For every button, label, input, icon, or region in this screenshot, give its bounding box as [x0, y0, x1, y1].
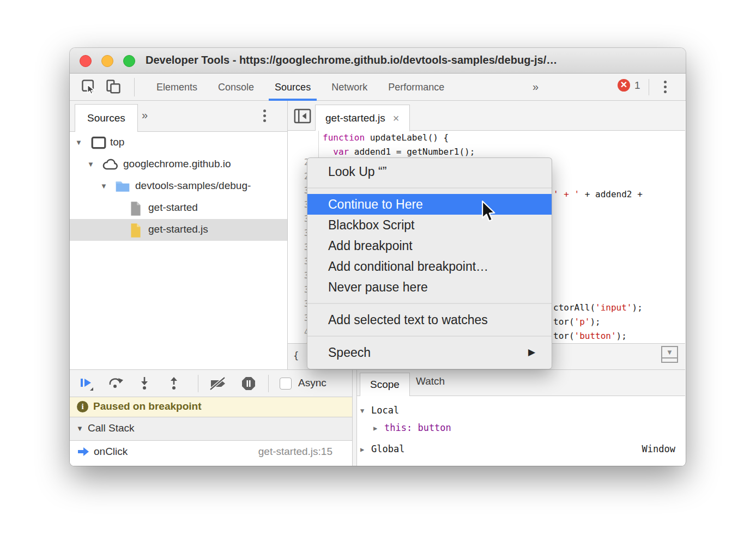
- menu-separator: [307, 303, 552, 304]
- watch-tab-label: Watch: [416, 375, 445, 387]
- editor-tabbar: get-started.js ×: [288, 101, 685, 131]
- call-stack-list: onClickget-started.js:15: [70, 441, 352, 466]
- async-checkbox[interactable]: [280, 378, 292, 390]
- scope-twisty-icon[interactable]: ▼: [360, 403, 364, 418]
- scope-twisty-icon[interactable]: ▶: [360, 442, 364, 457]
- sidebar-tab-sources[interactable]: Sources: [75, 104, 138, 132]
- window-title: Developer Tools - https://googlechrome.g…: [146, 54, 557, 66]
- context-menu: Look Up “”Continue to HereBlackbox Scrip…: [307, 157, 552, 369]
- tab-watch[interactable]: Watch: [412, 375, 449, 387]
- error-badge[interactable]: ✕ 1: [618, 79, 640, 92]
- tab-sources[interactable]: Sources: [264, 74, 321, 101]
- menu-item-look-up-[interactable]: Look Up “”: [307, 161, 552, 182]
- tree-item-label: googlechrome.github.io: [123, 158, 231, 170]
- submenu-arrow-icon: ▶: [528, 342, 535, 363]
- error-icon: ✕: [618, 79, 630, 92]
- tab-network[interactable]: Network: [321, 74, 378, 101]
- panel-tabs: ElementsConsoleSourcesNetworkPerformance: [146, 74, 455, 101]
- toolbar-divider: [134, 78, 135, 96]
- sidebar-more-chevron[interactable]: »: [142, 109, 148, 121]
- menu-item-continue-to-here[interactable]: Continue to Here: [307, 194, 552, 215]
- tree-item-devtools-samples-debug-[interactable]: ▼devtools-samples/debug-: [70, 175, 287, 197]
- more-panels-chevron[interactable]: »: [533, 81, 539, 93]
- info-icon: i: [77, 401, 88, 412]
- menu-item-add-selected-text-to-watches[interactable]: Add selected text to watches: [307, 309, 552, 330]
- tree-twisty-icon[interactable]: ▼: [75, 138, 82, 147]
- scope-entry-label: this: button: [384, 420, 451, 435]
- step-into-button[interactable]: [137, 376, 153, 391]
- scope-list: ▼Local▶this: button▶GlobalWindow: [357, 396, 685, 466]
- mouse-cursor: [480, 200, 496, 223]
- paused-banner-text: Paused on breakpoint: [93, 400, 201, 412]
- close-tab-icon[interactable]: ×: [393, 112, 400, 125]
- toolbar-divider-2: [649, 79, 649, 95]
- folder-icon: [114, 179, 131, 194]
- tree-item-get-started[interactable]: get-started: [70, 197, 287, 219]
- tree-item-googlechrome-github-io[interactable]: ▼googlechrome.github.io: [70, 154, 287, 175]
- scope-pane: Scope Watch ▼Local▶this: button▶GlobalWi…: [356, 369, 685, 466]
- tree-twisty-icon[interactable]: ▼: [100, 182, 107, 190]
- main-toolbar: ElementsConsoleSourcesNetworkPerformance…: [70, 74, 686, 101]
- pause-on-exceptions-button[interactable]: [240, 376, 257, 391]
- debugger-pane: Async i Paused on breakpoint ▼ Call Stac…: [70, 369, 353, 466]
- scroll-down-icon[interactable]: ▼: [661, 346, 678, 363]
- menu-item-never-pause-here[interactable]: Never pause here: [307, 277, 552, 297]
- close-window-button[interactable]: [80, 55, 92, 67]
- tree-item-label: devtools-samples/debug-: [135, 180, 251, 192]
- tab-console[interactable]: Console: [208, 74, 264, 101]
- inspect-icon[interactable]: [81, 78, 98, 96]
- sources-sidebar: Sources » ▼top▼googlechrome.github.io▼de…: [70, 101, 288, 370]
- resume-button[interactable]: [78, 376, 94, 391]
- toolbar-menu-icon[interactable]: [664, 81, 667, 93]
- call-stack-twisty-icon: ▼: [76, 424, 83, 433]
- scope-entry-this-button[interactable]: ▶this: button: [357, 420, 685, 435]
- device-toolbar-icon[interactable]: [105, 78, 122, 96]
- call-stack-frame-onClick[interactable]: onClickget-started.js:15: [70, 441, 352, 465]
- menu-item-blackbox-script[interactable]: Blackbox Script: [307, 215, 552, 235]
- tree-item-top[interactable]: ▼top: [70, 132, 287, 154]
- menu-item-speech[interactable]: Speech▶: [307, 342, 552, 363]
- scope-entry-label: Global: [371, 441, 404, 457]
- step-over-button[interactable]: [108, 376, 123, 391]
- menu-item-add-conditional-breakpoint-[interactable]: Add conditional breakpoint…: [307, 256, 552, 277]
- debugger-divider-1: [198, 375, 198, 392]
- scope-entry-value: Window: [642, 441, 675, 457]
- call-stack-header[interactable]: ▼ Call Stack: [70, 417, 352, 441]
- menu-separator: [307, 336, 552, 337]
- sidebar-menu-icon[interactable]: [263, 110, 266, 122]
- tab-elements[interactable]: Elements: [146, 74, 208, 101]
- code-fragment-line-41: tor('p');: [553, 315, 601, 329]
- tab-scope[interactable]: Scope: [360, 373, 410, 396]
- scope-twisty-icon[interactable]: ▶: [373, 421, 377, 436]
- zoom-window-button[interactable]: [123, 55, 135, 67]
- scope-entry-label: Local: [371, 403, 399, 418]
- pane-splitter[interactable]: [353, 369, 356, 466]
- tab-performance[interactable]: Performance: [378, 74, 455, 101]
- scope-tab-label: Scope: [370, 379, 400, 390]
- tree-item-label: get-started: [148, 202, 198, 214]
- file-tree: ▼top▼googlechrome.github.io▼devtools-sam…: [70, 132, 287, 370]
- minimize-window-button[interactable]: [101, 55, 113, 67]
- error-count: 1: [634, 80, 640, 92]
- editor-tab-label: get-started.js: [325, 112, 385, 124]
- titlebar[interactable]: Developer Tools - https://googlechrome.g…: [70, 48, 686, 74]
- debugger-toolbar: Async: [70, 370, 352, 397]
- step-out-button[interactable]: [167, 376, 182, 391]
- code-line-28: function updateLabel() {: [323, 131, 449, 145]
- frame-function-name: onClick: [94, 446, 128, 458]
- editor-tab-get-started-js[interactable]: get-started.js ×: [315, 105, 410, 131]
- scope-entry-global[interactable]: ▶GlobalWindow: [357, 441, 685, 457]
- toggle-navigator-icon[interactable]: [293, 107, 312, 125]
- cloud-icon: [101, 157, 118, 172]
- scope-tabbar: Scope Watch: [357, 370, 685, 396]
- deactivate-breakpoints-button[interactable]: [208, 376, 228, 391]
- paused-banner: i Paused on breakpoint: [70, 397, 352, 417]
- screenshot-canvas: Developer Tools - https://googlechrome.g…: [0, 0, 756, 541]
- tree-item-label: get-started.js: [148, 223, 208, 235]
- menu-item-add-breakpoint[interactable]: Add breakpoint: [307, 235, 552, 256]
- pretty-print-button[interactable]: {: [293, 350, 299, 361]
- call-stack-title: Call Stack: [88, 422, 135, 434]
- tree-twisty-icon[interactable]: ▼: [87, 160, 94, 168]
- scope-entry-local[interactable]: ▼Local: [357, 403, 685, 418]
- tree-item-get-started-js[interactable]: get-started.js: [70, 219, 287, 241]
